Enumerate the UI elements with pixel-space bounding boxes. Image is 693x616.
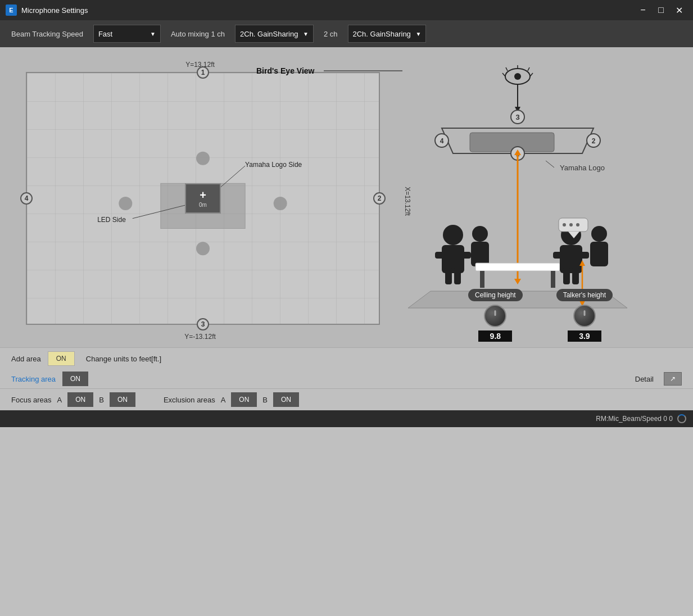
auto-mixing-2ch-label: 2 ch [324, 30, 338, 38]
focus-a-label: A [57, 396, 62, 404]
ceiling-height-control: Celling height 9.8 [468, 289, 523, 342]
svg-text:Yamaha Logo: Yamaha Logo [560, 164, 605, 172]
beam-tracking-speed-label: Beam Tracking Speed [11, 30, 83, 38]
svg-rect-41 [454, 268, 461, 284]
svg-point-9 [514, 73, 521, 80]
svg-line-10 [502, 73, 505, 76]
focus-areas-label: Focus areas [11, 396, 52, 404]
svg-rect-59 [590, 242, 608, 266]
ceiling-height-value: 9.8 [478, 330, 512, 342]
svg-rect-38 [435, 252, 447, 259]
svg-text:4: 4 [440, 137, 444, 145]
areas-row: Focus areas A ON B ON Exclusion areas A … [0, 389, 693, 410]
talker-height-value: 3.9 [568, 330, 601, 342]
minimize-button[interactable]: − [635, 3, 651, 17]
yamaha-logo-side-label: Yamaha Logo Side [245, 161, 302, 169]
svg-rect-49 [553, 252, 565, 259]
device-cross-icon: + [200, 189, 206, 202]
x-right-label: X=13.12ft [404, 187, 411, 216]
add-area-on-button[interactable]: ON [48, 351, 75, 366]
svg-point-3 [274, 197, 287, 210]
auto-mixing-2ch-arrow-icon: ▼ [416, 31, 422, 37]
led-side-label: LED Side [97, 216, 126, 224]
svg-marker-35 [514, 279, 521, 284]
svg-text:3: 3 [515, 113, 519, 121]
focus-b-label: B [99, 396, 104, 404]
svg-text:2: 2 [592, 137, 596, 145]
tracking-area-on-button[interactable]: ON [62, 372, 88, 386]
svg-point-55 [563, 223, 566, 227]
corner-3: 3 [197, 318, 209, 330]
auto-mixing-label: Auto mixing 1 ch [171, 30, 225, 38]
svg-line-7 [133, 203, 192, 219]
beam-tracking-speed-dropdown[interactable]: Fast [98, 30, 146, 38]
exclusion-b-on-button[interactable]: ON [273, 392, 299, 407]
svg-rect-39 [459, 252, 471, 259]
add-area-label: Add area [11, 355, 41, 363]
titlebar-left: E Microphone Settings [6, 4, 88, 16]
ceiling-knob-container [483, 304, 508, 328]
statusbar: RM:Mic_Beam/Speed 0 0 [0, 410, 693, 427]
y-bottom-label: Y=-13.12ft [184, 333, 216, 341]
talker-height-knob[interactable] [573, 305, 596, 327]
talker-height-label: Talker's height [556, 289, 613, 301]
svg-point-5 [196, 242, 210, 255]
exclusion-b-label: B [262, 396, 268, 404]
svg-line-30 [546, 161, 554, 167]
focus-a-on-button[interactable]: ON [67, 392, 93, 407]
detail-label: Detail [635, 375, 654, 383]
auto-mixing-1ch-dropdown[interactable]: 2Ch. GainSharing [240, 30, 298, 38]
exclusion-a-label: A [221, 396, 226, 404]
svg-rect-40 [445, 268, 452, 284]
auto-mixing-2ch-dropdown[interactable]: 2Ch. GainSharing [353, 30, 411, 38]
auto-mixing-1ch-select[interactable]: 2Ch. GainSharing ▼ [235, 25, 314, 43]
bev-section: Y=13.12ft Y=-13.12ft X=-13.12ft X=13.12f… [9, 55, 391, 347]
right-section: 3 LED 4 2 1 Yamaha Logo [397, 55, 684, 347]
tracking-area-row: Tracking area ON Detail ↗ [0, 369, 693, 388]
status-spinner-icon [677, 414, 686, 423]
height-controls: Celling height 9.8 Talker's height 3.9 [397, 289, 684, 342]
toolbar: Beam Tracking Speed Fast ▼ Auto mixing 1… [0, 20, 693, 47]
maximize-button[interactable]: □ [653, 3, 669, 17]
svg-line-13 [528, 67, 529, 71]
beam-speed-arrow-icon: ▼ [150, 31, 156, 37]
svg-rect-45 [480, 271, 484, 288]
titlebar-controls[interactable]: − □ ✕ [635, 3, 687, 17]
svg-rect-50 [577, 252, 589, 259]
corner-2: 2 [373, 192, 386, 205]
svg-rect-52 [572, 268, 579, 284]
svg-point-57 [576, 223, 579, 227]
auto-mixing-2ch-select[interactable]: 2Ch. GainSharing ▼ [348, 25, 427, 43]
svg-line-11 [506, 67, 508, 71]
titlebar: E Microphone Settings − □ ✕ [0, 0, 693, 20]
svg-point-2 [119, 197, 132, 210]
window-title: Microphone Settings [21, 6, 88, 15]
svg-point-36 [443, 225, 463, 245]
device-icon[interactable]: + 0m [185, 183, 221, 214]
tracking-area-label: Tracking area [11, 375, 56, 383]
device-diagram-area: 3 LED 4 2 1 Yamaha Logo [397, 55, 684, 347]
ceiling-height-knob[interactable] [484, 305, 506, 327]
svg-point-4 [196, 152, 210, 165]
device-center-label: 0m [199, 202, 207, 208]
svg-rect-43 [471, 242, 489, 266]
bev-frame: 1 2 3 4 [26, 72, 380, 325]
corner-4: 4 [20, 192, 33, 205]
svg-point-42 [472, 226, 488, 242]
app-icon: E [6, 4, 17, 16]
svg-rect-37 [442, 245, 464, 273]
svg-line-14 [530, 73, 533, 76]
y-top-label: Y=13.12ft [185, 61, 215, 69]
beam-tracking-speed-select[interactable]: Fast ▼ [93, 25, 161, 43]
talker-knob-container [572, 304, 597, 328]
exclusion-a-on-button[interactable]: ON [231, 392, 257, 407]
external-link-icon: ↗ [670, 375, 676, 383]
detail-button[interactable]: ↗ [664, 372, 682, 386]
ceiling-height-label: Celling height [468, 289, 523, 301]
svg-rect-44 [475, 263, 560, 271]
svg-rect-46 [551, 271, 555, 288]
svg-rect-48 [560, 245, 582, 273]
focus-b-on-button[interactable]: ON [110, 392, 135, 407]
close-button[interactable]: ✕ [671, 3, 687, 17]
main-content: Y=13.12ft Y=-13.12ft X=-13.12ft X=13.12f… [0, 47, 693, 347]
